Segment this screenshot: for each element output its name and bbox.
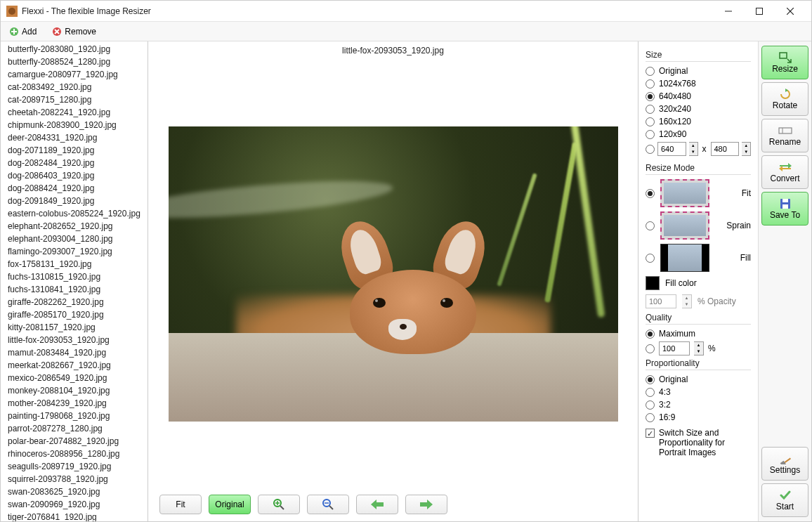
quality-spinner[interactable]: ▲▼ — [694, 341, 704, 355]
remove-icon — [52, 27, 62, 37]
file-item[interactable]: mexico-2086549_1920.jpg — [1, 372, 148, 384]
file-item[interactable]: mother-2084239_1920.jpg — [1, 397, 148, 410]
file-item[interactable]: tiger-2076841_1920.jpg — [1, 511, 148, 521]
svg-marker-20 — [420, 500, 433, 509]
size-radio-640x480[interactable]: 640x480 — [646, 91, 751, 101]
file-item[interactable]: dog-2071189_1920.jpg — [1, 144, 148, 157]
fill-color-swatch[interactable] — [646, 276, 660, 290]
resize-action[interactable]: Resize — [761, 46, 808, 79]
file-item[interactable]: little-fox-2093053_1920.jpg — [1, 334, 148, 346]
file-item[interactable]: polar-bear-2074882_1920.jpg — [1, 435, 148, 448]
zoom-out-icon — [322, 498, 334, 511]
file-item[interactable]: rhinoceros-2088956_1280.jpg — [1, 448, 148, 460]
rename-action[interactable]: Rename — [761, 119, 808, 152]
mode-radio-sprain[interactable]: Sprain — [646, 211, 751, 240]
file-item[interactable]: fox-1758131_1920.jpg — [1, 258, 148, 270]
svg-rect-3 — [757, 8, 763, 14]
file-item[interactable]: eastern-colobus-2085224_1920.jpg — [1, 207, 148, 220]
quality-input[interactable]: 100 — [659, 341, 690, 355]
file-item[interactable]: meerkat-2082667_1920.jpg — [1, 359, 148, 372]
file-item[interactable]: swan-2083625_1920.jpg — [1, 485, 148, 498]
file-item[interactable]: elephant-2082652_1920.jpg — [1, 220, 148, 233]
saveto-action[interactable]: Save To — [761, 192, 808, 226]
start-action[interactable]: Start — [761, 483, 808, 517]
maximize-button[interactable] — [744, 1, 775, 21]
file-item[interactable]: dog-2086403_1920.jpg — [1, 169, 148, 182]
file-list[interactable]: butterfly-2083080_1920.jpgbutterfly-2088… — [1, 41, 148, 521]
file-item[interactable]: parrot-2087278_1280.jpg — [1, 422, 148, 435]
switch-checkbox[interactable] — [646, 429, 655, 438]
preview-panel: little-fox-2093053_1920.jpg — [148, 41, 639, 521]
next-button[interactable] — [405, 495, 447, 514]
arrow-right-icon — [420, 500, 433, 509]
file-item[interactable]: elephant-2093004_1280.jpg — [1, 233, 148, 245]
zoom-out-button[interactable] — [307, 495, 349, 514]
file-item[interactable]: painting-1798068_1920.jpg — [1, 410, 148, 422]
file-item[interactable]: mamut-2083484_1920.jpg — [1, 346, 148, 359]
file-item[interactable]: cat-2089715_1280.jpg — [1, 93, 148, 106]
add-button[interactable]: Add — [5, 25, 41, 38]
file-item[interactable]: seagulls-2089719_1920.jpg — [1, 460, 148, 473]
close-button[interactable] — [775, 1, 806, 21]
file-item[interactable]: chipmunk-2083900_1920.jpg — [1, 119, 148, 131]
prev-button[interactable] — [356, 495, 398, 514]
convert-action[interactable]: Convert — [761, 155, 808, 189]
minimize-button[interactable] — [713, 1, 744, 21]
file-item[interactable]: swan-2090969_1920.jpg — [1, 498, 148, 511]
fit-button[interactable]: Fit — [159, 495, 202, 514]
svg-marker-19 — [371, 500, 384, 509]
custom-width-input[interactable]: 640 — [657, 142, 686, 156]
size-radio-original[interactable]: Original — [646, 66, 751, 76]
convert-icon — [778, 161, 792, 174]
opacity-input[interactable]: 100 — [646, 294, 676, 308]
file-item[interactable]: giraffe-2085170_1920.jpg — [1, 308, 148, 321]
size-radio-320x240[interactable]: 320x240 — [646, 104, 751, 114]
width-spinner[interactable]: ▲▼ — [689, 142, 698, 156]
file-item[interactable]: giraffe-2082262_1920.jpg — [1, 296, 148, 308]
prop-radio-original[interactable]: Original — [646, 374, 751, 384]
mode-thumb-fill — [660, 244, 709, 272]
file-item[interactable]: flamingo-2093007_1920.jpg — [1, 245, 148, 258]
size-radio-custom[interactable] — [646, 145, 655, 154]
mode-radio-fit[interactable]: Fit — [646, 179, 751, 207]
size-radio-160x120[interactable]: 160x120 — [646, 117, 751, 126]
size-radio-1024x768[interactable]: 1024x768 — [646, 79, 751, 89]
file-item[interactable]: squirrel-2093788_1920.jpg — [1, 473, 148, 485]
file-item[interactable]: cat-2083492_1920.jpg — [1, 81, 148, 93]
remove-button[interactable]: Remove — [48, 25, 100, 38]
quality-radio-maximum[interactable]: Maximum — [646, 329, 751, 339]
quality-title: Quality — [646, 313, 751, 325]
file-item[interactable]: camargue-2080977_1920.jpg — [1, 68, 148, 81]
mode-radio-fill[interactable]: Fill — [646, 244, 751, 272]
switch-checkbox-row[interactable]: Switch Size and Proportionality for Port… — [646, 428, 751, 457]
file-item[interactable]: dog-2082484_1920.jpg — [1, 157, 148, 169]
rotate-action[interactable]: Rotate — [761, 82, 808, 116]
resize-mode-title: Resize Mode — [646, 163, 751, 175]
opacity-spinner[interactable]: ▲▼ — [682, 294, 692, 308]
svg-rect-27 — [782, 204, 788, 209]
prop-radio-169[interactable]: 16:9 — [646, 412, 751, 422]
size-radio-120x90[interactable]: 120x90 — [646, 129, 751, 139]
mode-thumb-fit — [660, 179, 709, 207]
quality-radio-custom[interactable]: 100▲▼ % — [646, 341, 751, 355]
file-item[interactable]: fuchs-1310815_1920.jpg — [1, 270, 148, 283]
file-item[interactable]: dog-2091849_1920.jpg — [1, 195, 148, 207]
file-item[interactable]: dog-2088424_1920.jpg — [1, 182, 148, 195]
svg-rect-23 — [779, 128, 792, 133]
custom-height-input[interactable]: 480 — [711, 142, 740, 156]
file-item[interactable]: butterfly-2088524_1280.jpg — [1, 56, 148, 68]
file-item[interactable]: butterfly-2083080_1920.jpg — [1, 43, 148, 56]
prop-radio-43[interactable]: 4:3 — [646, 387, 751, 397]
zoom-in-button[interactable] — [258, 495, 300, 514]
svg-line-17 — [329, 506, 333, 509]
prop-radio-32[interactable]: 3:2 — [646, 400, 751, 410]
file-item[interactable]: cheetah-2082241_1920.jpg — [1, 106, 148, 119]
settings-action[interactable]: Settings — [761, 447, 808, 481]
file-item[interactable]: fuchs-1310841_1920.jpg — [1, 283, 148, 296]
file-item[interactable]: kitty-2081157_1920.jpg — [1, 321, 148, 334]
file-item[interactable]: deer-2084331_1920.jpg — [1, 131, 148, 144]
proportionality-title: Proportionality — [646, 358, 751, 370]
height-spinner[interactable]: ▲▼ — [742, 142, 751, 156]
file-item[interactable]: monkey-2088104_1920.jpg — [1, 384, 148, 397]
original-button[interactable]: Original — [209, 495, 251, 514]
